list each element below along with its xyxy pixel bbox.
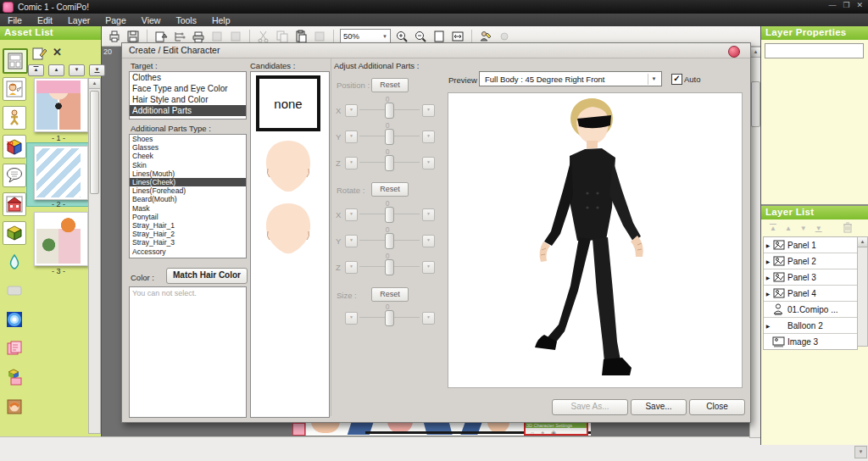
delete-page-icon[interactable]: ✕ <box>53 46 62 58</box>
zoom-level-select[interactable]: 50% ▼ <box>340 29 391 44</box>
slider-thumb[interactable] <box>385 103 394 119</box>
target-item[interactable]: Hair Style and Color <box>130 94 246 105</box>
eye-icon[interactable]: ◉ <box>551 430 556 436</box>
parts-type-item[interactable]: Stray_Hair_1 <box>130 221 246 230</box>
category-item-cube-icon[interactable] <box>3 221 26 245</box>
expand-icon[interactable]: ▶ <box>764 258 772 264</box>
page-label-2[interactable]: - 2 - <box>34 200 83 208</box>
slider-increment-button[interactable]: ▼ <box>422 208 435 221</box>
parts-type-item[interactable]: Cheek <box>130 152 246 160</box>
save-icon[interactable] <box>125 29 141 44</box>
page-label-3[interactable]: - 3 - <box>34 267 83 275</box>
edit-page-icon[interactable] <box>32 47 47 64</box>
pose-icon[interactable]: ⌔ <box>531 430 534 436</box>
expand-icon[interactable]: ▶ <box>764 275 772 280</box>
slider-decrement-button[interactable]: ▼ <box>345 131 358 143</box>
parts-type-item[interactable]: Glasses <box>130 143 246 152</box>
slider-increment-button[interactable]: ▼ <box>422 312 435 325</box>
slider-decrement-button[interactable]: ▼ <box>345 104 358 117</box>
rotate-reset-button[interactable]: Reset <box>371 182 409 197</box>
dialog-title[interactable]: Create / Edit Character <box>122 43 750 58</box>
parts-type-item[interactable]: Stray_Hair_3 <box>130 238 246 247</box>
layer-row-panel-4[interactable]: ▶ Panel 4 <box>764 286 857 302</box>
expand-icon[interactable]: ▶ <box>764 323 772 329</box>
layer-row-panel-2[interactable]: ▶ Panel 2 <box>764 253 857 269</box>
auto-checkbox[interactable]: ✓ <box>671 74 682 85</box>
character-edit-icon[interactable] <box>478 29 493 44</box>
slider-decrement-button[interactable]: ▼ <box>345 208 358 221</box>
fit-width-icon[interactable] <box>450 29 465 44</box>
slider-decrement-button[interactable]: ▼ <box>345 235 358 247</box>
slider-increment-button[interactable]: ▼ <box>422 235 435 247</box>
category-page-layout-icon[interactable] <box>3 48 28 74</box>
category-background-icon[interactable] <box>3 192 26 216</box>
layer-to-bottom-icon[interactable]: ▼ <box>815 225 822 232</box>
match-hair-color-button[interactable]: Match Hair Color <box>166 268 248 284</box>
scrollbar-thumb[interactable] <box>90 91 99 194</box>
slider-thumb[interactable] <box>385 129 394 145</box>
layer-up-icon[interactable]: ▲ <box>785 225 792 232</box>
menu-page[interactable]: Page <box>97 15 134 25</box>
asset-list-scrollbar[interactable]: ▲ <box>88 78 101 434</box>
fit-page-icon[interactable] <box>431 29 447 44</box>
parts-type-item[interactable]: Accessory <box>130 247 246 256</box>
category-pattern-sheets-icon[interactable] <box>3 336 26 360</box>
menu-layer[interactable]: Layer <box>60 15 97 25</box>
candidate-face-1[interactable] <box>258 136 319 194</box>
trash-icon[interactable] <box>843 222 853 235</box>
close-button[interactable]: Close <box>689 399 745 415</box>
minimize-icon[interactable]: — <box>828 1 836 9</box>
menu-tools[interactable]: Tools <box>168 15 204 25</box>
preview-angle-select[interactable]: Full Body : 45 Degree Right Front ▼ <box>479 71 662 86</box>
size-reset-button[interactable]: Reset <box>371 287 409 302</box>
menu-edit[interactable]: Edit <box>30 15 60 25</box>
layer-row-image[interactable]: Image 3 <box>764 334 857 349</box>
first-page-button[interactable]: ▲ <box>28 64 44 76</box>
slider-thumb[interactable] <box>385 233 394 249</box>
slider-increment-button[interactable]: ▼ <box>422 131 435 143</box>
parts-type-item[interactable]: Skin <box>130 161 246 169</box>
page-thumbnail-1[interactable] <box>34 78 88 132</box>
slider-decrement-button[interactable]: ▼ <box>345 157 358 169</box>
layer-name-input[interactable] <box>765 43 864 58</box>
printer-icon[interactable] <box>191 29 206 44</box>
candidate-face-2[interactable] <box>258 200 319 256</box>
target-item[interactable]: Clothes <box>130 72 246 83</box>
slider-increment-button[interactable]: ▼ <box>422 261 435 274</box>
page-label-1[interactable]: - 1 - <box>34 134 83 142</box>
parts-type-item[interactable]: Stray_Hair_2 <box>130 230 246 238</box>
category-effect-burst-icon[interactable] <box>3 308 26 331</box>
last-page-button[interactable]: ▼ <box>89 64 105 76</box>
zoom-in-icon[interactable] <box>394 29 409 44</box>
category-3d-item-icon[interactable]: 3D <box>3 135 26 158</box>
menu-help[interactable]: Help <box>204 15 238 25</box>
close-icon[interactable]: ✕ <box>856 1 863 9</box>
slider-thumb[interactable] <box>385 207 394 223</box>
prev-page-button[interactable]: ▲ <box>48 64 64 76</box>
page-thumbnail-3[interactable] <box>34 212 88 266</box>
slider-increment-button[interactable]: ▼ <box>422 157 435 169</box>
export-page-icon[interactable] <box>153 29 169 44</box>
maximize-icon[interactable]: ❐ <box>843 1 849 9</box>
zoom-out-icon[interactable] <box>413 29 428 44</box>
print-icon[interactable] <box>107 29 122 44</box>
paste-icon[interactable] <box>293 29 309 44</box>
layer-list-scrollbar[interactable]: ▲ <box>857 236 868 347</box>
parts-type-item[interactable]: Ponytail <box>130 213 246 221</box>
story-editor-icon[interactable] <box>172 29 187 44</box>
category-effect-drop-icon[interactable] <box>3 250 26 274</box>
scroll-up-icon[interactable]: ▲ <box>89 79 100 89</box>
menu-file[interactable]: File <box>0 15 30 25</box>
category-all-items-icon[interactable] <box>3 365 26 389</box>
category-character-icon[interactable] <box>3 77 26 101</box>
category-pose-icon[interactable] <box>3 106 26 130</box>
target-item-selected[interactable]: Additional Parts <box>130 105 246 116</box>
parts-type-item[interactable]: Shoes <box>130 135 246 143</box>
slider-thumb[interactable] <box>385 155 394 171</box>
parts-type-item[interactable]: Lines(Forehead) <box>130 186 246 195</box>
layer-row-panel-3[interactable]: ▶ Panel 3 <box>764 269 857 286</box>
target-item[interactable]: Face Type and Eye Color <box>130 83 246 94</box>
candidate-none-selected[interactable]: none <box>256 75 320 131</box>
parts-type-item[interactable]: Mask <box>130 204 246 213</box>
parts-type-item[interactable]: Beard(Mouth) <box>130 195 246 203</box>
